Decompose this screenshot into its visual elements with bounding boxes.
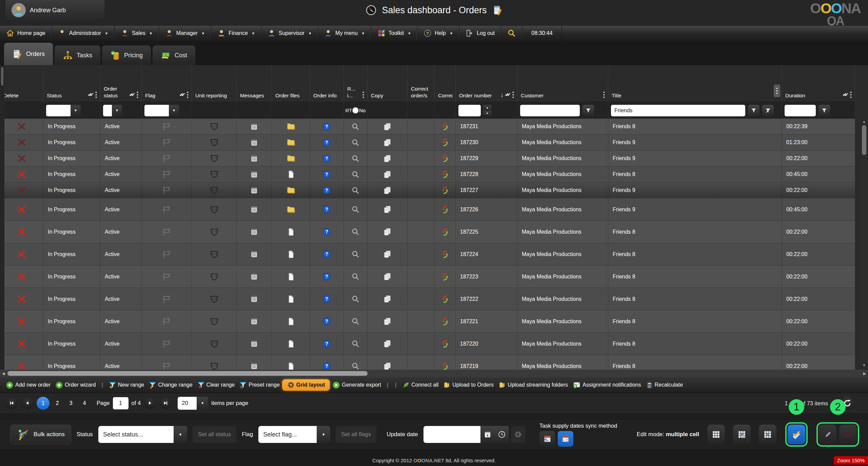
column-header-messages[interactable]: Messages [237,80,272,102]
unit-reporting-icon[interactable]: 1 - 9 [209,153,219,163]
messages-icon[interactable] [250,272,258,281]
order-info-icon[interactable]: ? [322,228,331,236]
sync-supply-dates-button[interactable] [539,431,555,447]
cell-select-mode-button[interactable] [733,425,751,444]
copy-order-icon[interactable] [383,317,392,326]
unit-reporting-icon[interactable]: 1 - 9 [209,121,219,132]
bulk-actions-button[interactable]: Bulk actions [10,425,71,444]
menu-item-log-out[interactable]: Log out [459,26,501,41]
order-row-187230[interactable]: In ProgressActive1 - 9?187230Maya Media … [0,135,855,151]
toolbar-grid-layout-button[interactable]: Grid layout [282,379,330,391]
calendar-icon[interactable] [480,426,495,443]
items-per-page-select[interactable]: 20 ▼ [178,397,208,410]
view-details-magnifier-icon[interactable] [351,317,360,326]
toolbar-order-wizard-button[interactable]: Order wizard [53,380,98,390]
messages-icon[interactable] [250,228,258,236]
messages-icon[interactable] [250,138,258,147]
toolbar-preset-range-button[interactable]: Preset range [237,380,282,390]
column-header-duration[interactable]: Duration✔✔ [782,80,855,102]
delete-order-icon[interactable] [17,227,26,237]
correct-order-icon[interactable] [441,186,450,195]
correct-order-icon[interactable] [441,339,450,348]
messages-icon[interactable] [250,317,258,326]
customer-filter-funnel-icon[interactable] [583,105,594,116]
order-info-icon[interactable]: ? [322,170,331,179]
delete-order-icon[interactable] [17,122,26,131]
order-info-icon[interactable]: ? [322,272,331,281]
order-files-document-icon[interactable] [287,250,295,259]
set-all-status-button[interactable]: Set all status [193,426,236,443]
correct-order-icon[interactable] [441,154,450,163]
toolbar-clear-range-button[interactable]: Clear range [195,380,237,390]
correct-order-icon[interactable] [441,295,450,304]
delete-order-icon[interactable] [17,170,26,179]
order-files-document-icon[interactable] [287,295,295,304]
copy-order-icon[interactable] [383,295,392,303]
column-header-unit_reporting[interactable]: Unit reporting [192,80,237,102]
scroll-right-icon[interactable]: ▶ [861,371,868,376]
view-details-magnifier-icon[interactable] [351,205,360,214]
order-status-filter-dropdown[interactable]: ▼ [103,105,122,116]
messages-icon[interactable] [250,295,258,303]
column-header-customer[interactable]: Customer [517,80,608,102]
cancel-edit-button[interactable] [839,425,857,444]
horizontal-scrollbar[interactable]: ◀ ▶ [0,370,868,377]
copy-order-icon[interactable] [383,205,392,214]
view-details-magnifier-icon[interactable] [351,170,360,179]
column-header-delete[interactable]: Delete [0,80,43,102]
menu-item-sales[interactable]: Sales▼ [115,26,159,41]
delete-order-icon[interactable] [17,250,26,259]
correct-order-icon[interactable] [441,362,450,370]
order-files-document-icon[interactable] [287,317,295,326]
unit-reporting-icon[interactable]: 1 - 9 [209,294,219,304]
page-1-current[interactable]: 1 [37,397,50,410]
clock-icon[interactable] [495,426,509,443]
order-files-folder-icon[interactable] [286,154,296,163]
order-files-folder-icon[interactable] [286,205,296,214]
double-check-icon[interactable]: ✔✔ [843,92,849,98]
order-row-187223[interactable]: In ProgressActive1 - 9?187223Maya Media … [0,266,855,288]
toolbar-recalculate-button[interactable]: Recalculate [644,380,686,390]
messages-icon[interactable] [250,170,258,179]
single-cell-mode-button[interactable] [707,425,725,444]
order-info-icon[interactable]: ? [322,186,331,195]
order-row-187226[interactable]: In ProgressActive1 - 9?187226Maya Media … [0,198,855,221]
messages-icon[interactable] [250,205,258,214]
unit-reporting-icon[interactable]: 1 - 9 [209,205,219,215]
order-row-187227[interactable]: In ProgressActive1 - 9?187227Maya Media … [0,182,855,198]
prev-page-button[interactable] [21,397,34,409]
page-number-input[interactable] [113,397,129,409]
messages-icon[interactable] [250,250,258,258]
column-header-order_status[interactable]: Order status✔✔ [100,80,142,102]
correct-order-icon[interactable] [441,250,450,259]
view-details-magnifier-icon[interactable] [351,228,360,236]
messages-icon[interactable] [250,154,258,163]
page-3[interactable]: 3 [65,400,77,406]
view-details-magnifier-icon[interactable] [351,250,360,258]
unit-reporting-icon[interactable]: 1 - 9 [209,227,219,237]
menu-item-finance[interactable]: Finance▼ [211,26,261,41]
correct-order-icon[interactable] [441,122,450,131]
edit-cell-button[interactable] [819,425,836,444]
gear-icon[interactable] [511,426,525,443]
correct-order-icon[interactable] [441,205,450,214]
toolbar-assignment-notifications-button[interactable]: Assignment notifications [570,380,644,390]
order-info-icon[interactable]: ? [322,317,331,326]
sync-assignee-dates-button[interactable] [558,431,573,447]
copy-order-icon[interactable] [383,362,392,370]
delete-order-icon[interactable] [17,186,26,195]
menu-item-toolkit[interactable]: Toolkit▼ [371,26,417,41]
set-all-flags-button[interactable]: Set all flags [336,426,376,443]
view-details-magnifier-icon[interactable] [351,122,360,131]
delete-order-icon[interactable] [17,339,26,349]
duration-filter-input[interactable] [785,105,816,116]
rt-filter-toggle[interactable]: RTNo [346,108,366,113]
correct-order-icon[interactable] [441,228,450,236]
vertical-scrollbar[interactable]: ▲ ▼ [861,119,867,368]
delete-order-icon[interactable] [17,272,26,281]
unit-reporting-icon[interactable]: 1 - 9 [209,249,219,259]
column-header-rt[interactable]: R... i... [344,80,368,102]
sort-desc-icon[interactable]: ↓ [500,92,504,99]
menu-item-manager[interactable]: Manager▼ [159,26,211,41]
unit-reporting-icon[interactable]: 1 - 9 [209,169,219,179]
